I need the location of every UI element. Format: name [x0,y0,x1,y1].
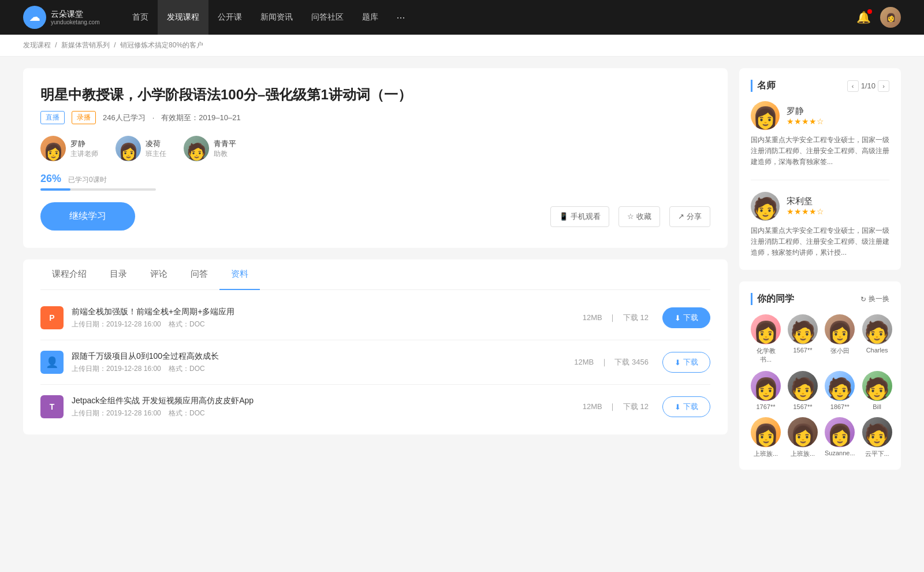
nav-public[interactable]: 公开课 [208,0,251,35]
resource-icon-3: T [40,395,64,418]
student-name-2: 1567** [793,347,812,354]
logo-sub: yunduoketang.com [51,19,100,25]
teacher-avatar-2: 👩 [116,136,141,161]
stat-sep-3: ｜ [609,402,619,411]
progress-learned: 已学习0课时 [68,176,107,184]
teachers: 👩 罗静 主讲老师 👩 凌荷 班主任 🧑 青青平 [40,136,710,161]
breadcrumb-discover[interactable]: 发现课程 [23,41,51,49]
next-page-button[interactable]: › [878,80,889,92]
continue-button[interactable]: 继续学习 [40,202,135,231]
notification-bell[interactable]: 🔔 [856,10,871,24]
student-name-1: 化学教书... [751,347,781,364]
resource-format-1: 格式：DOC [169,320,205,328]
student-name-3: 张小田 [830,347,850,355]
student-name-11: Suzanne... [825,450,855,456]
nav-qa[interactable]: 问答社区 [302,0,353,35]
student-item-4: 🧑 Charles [862,314,892,364]
download-icon-3: ⬇ [675,403,681,411]
download-button-2[interactable]: ⬇ 下载 [662,352,710,373]
student-name-4: Charles [866,347,888,354]
nav-more[interactable]: ··· [388,0,415,35]
user-avatar[interactable]: 👩 [880,7,901,28]
student-item-9: 👩 上班族... [751,417,781,458]
download-button-3[interactable]: ⬇ 下载 [662,396,710,417]
mobile-watch-button[interactable]: 📱 手机观看 [550,206,609,227]
students-title-text: 你的同学 [757,293,794,305]
teacher-name-1: 罗静 [70,139,98,149]
sidebar-teacher-avatar-2: 🧑 [751,192,780,221]
nav-news[interactable]: 新闻资讯 [251,0,302,35]
resource-name-3: Jetpack全组件实战 开发短视频应用高仿皮皮虾App [72,396,580,406]
main-nav: 首页 发现课程 公开课 新闻资讯 问答社区 题库 ··· [123,0,856,35]
student-item-12: 🧑 云平下... [862,417,892,458]
student-item-3: 👩 张小田 [825,314,855,364]
resource-name-2: 跟随千万级项目从0到100全过程高效成长 [72,351,572,362]
sidebar-teacher-desc-1: 国内某重点大学安全工程专业硕士，国家一级注册消防工程师、注册安全工程师、高级注册… [751,135,889,168]
resource-icon-1: P [40,306,64,329]
share-button[interactable]: ↗ 分享 [669,206,710,227]
sidebar-teacher-name-2: 宋利坚 [787,196,824,207]
download-button-1[interactable]: ⬇ 下载 [662,307,710,328]
resources-list: P 前端全栈加强版！前端全栈+全周期+多端应用 上传日期：2019-12-28 … [40,290,710,434]
teacher-role-1: 主讲老师 [70,149,98,159]
student-avatar-1: 👩 [751,314,781,344]
action-buttons: 📱 手机观看 ☆ 收藏 ↗ 分享 [550,206,710,227]
avatar-img: 👩 [880,7,901,28]
teacher-info-1: 罗静 主讲老师 [70,139,98,159]
teacher-1: 👩 罗静 主讲老师 [40,136,98,161]
sidebar-students-card: 你的同学 ↻ 换一换 👩 化学教书... 🧑 1567** 👩 [739,281,901,470]
resource-stats-3: 12MB ｜ 下载 12 [580,402,651,412]
sidebar-teacher-info-1: 罗静 ★★★★☆ [787,106,824,126]
progress-bar-fill [40,188,70,191]
teacher-name-3: 青青平 [214,139,236,149]
tab-catalog[interactable]: 目录 [98,259,139,290]
progress-bar-bg [40,188,156,191]
student-avatar-9: 👩 [751,417,781,447]
stat-sep-1: ｜ [609,313,619,322]
nav-home[interactable]: 首页 [123,0,158,35]
separator: · [152,113,155,122]
student-avatar-8: 🧑 [862,371,892,401]
resource-item-1: P 前端全栈加强版！前端全栈+全周期+多端应用 上传日期：2019-12-28 … [40,296,710,340]
resource-downloads-3: 下载 12 [623,402,649,411]
tab-resource[interactable]: 资料 [219,259,260,290]
student-avatar-3: 👩 [825,314,855,344]
sidebar-teacher-info-2: 宋利坚 ★★★★☆ [787,196,824,216]
teacher-2: 👩 凌荷 班主任 [116,136,166,161]
sidebar-teacher-desc-2: 国内某重点大学安全工程专业硕士，国家一级注册消防工程师、注册安全工程师、级注册建… [751,225,889,259]
course-title: 明星中教授课，小学阶段语法100分–强化级第1讲动词（一） [40,86,710,104]
students-header: 你的同学 ↻ 换一换 [751,293,889,305]
breadcrumb-current[interactable]: 销冠修炼术搞定80%的客户 [120,41,203,49]
tab-review[interactable]: 评论 [139,259,179,290]
resource-date-1: 上传日期：2019-12-28 16:00 [72,320,161,328]
sidebar-teacher-stars-1: ★★★★☆ [787,117,824,126]
student-name-9: 上班族... [754,450,778,458]
student-avatar-5: 👩 [751,371,781,401]
student-name-10: 上班族... [791,450,815,458]
student-name-12: 云平下... [865,450,889,458]
sidebar-teachers-title: 名师 [751,80,776,92]
tab-qa[interactable]: 问答 [179,259,219,290]
resource-meta-1: 上传日期：2019-12-28 16:00 格式：DOC [72,320,580,329]
tab-intro[interactable]: 课程介绍 [40,259,98,290]
progress-section: 26% 已学习0课时 [40,173,710,191]
student-item-5: 👩 1767** [751,371,781,410]
collect-button[interactable]: ☆ 收藏 [619,206,660,227]
resource-date-3: 上传日期：2019-12-28 16:00 [72,409,161,417]
student-item-1: 👩 化学教书... [751,314,781,364]
nav-discover[interactable]: 发现课程 [158,0,208,35]
sidebar-teacher-avatar-1: 👩 [751,101,780,130]
resource-downloads-2: 下载 3456 [614,358,649,366]
resource-stats-2: 12MB ｜ 下载 3456 [572,357,651,367]
refresh-button[interactable]: ↻ 换一换 [860,294,889,304]
nav-exam[interactable]: 题库 [353,0,388,35]
student-name-6: 1567** [793,403,812,410]
mobile-label: 手机观看 [571,211,601,222]
logo[interactable]: ☁ 云朵课堂 yunduoketang.com [23,6,100,29]
sidebar-teacher-stars-2: ★★★★☆ [787,207,824,216]
student-avatar-4: 🧑 [862,314,892,344]
resource-meta-2: 上传日期：2019-12-28 16:00 格式：DOC [72,364,572,374]
breadcrumb-series[interactable]: 新媒体营销系列 [61,41,110,49]
resource-size-3: 12MB [583,402,602,411]
prev-page-button[interactable]: ‹ [847,80,859,92]
